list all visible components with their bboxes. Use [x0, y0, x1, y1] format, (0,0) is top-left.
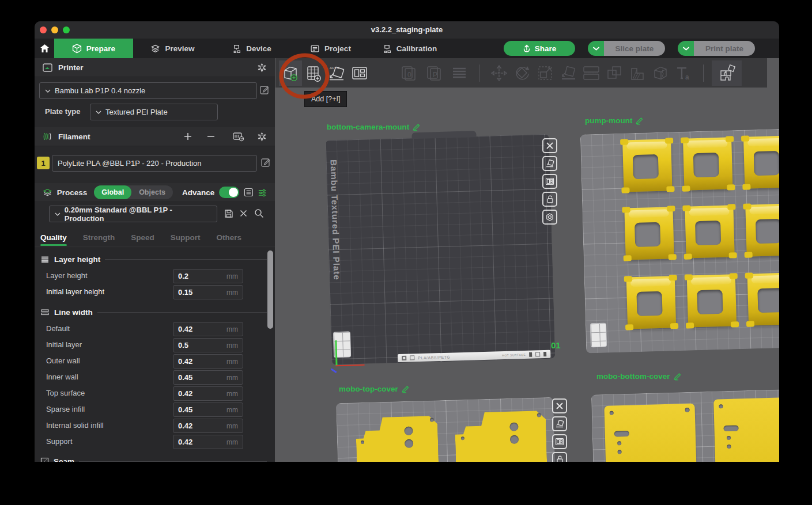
delete-preset-button[interactable]	[239, 209, 248, 218]
build-plate-3[interactable]	[336, 397, 556, 462]
split-to-parts-button[interactable]: P	[422, 60, 445, 86]
setting-input[interactable]: 0.42 mm	[173, 354, 243, 369]
build-plate-4[interactable]	[591, 388, 779, 462]
build-plate-1[interactable]: Bambu Textured PEI Plate PLA/ABS/PETG HO…	[326, 134, 556, 365]
tab-quality[interactable]: Quality	[40, 229, 67, 246]
cut-button[interactable]	[649, 60, 672, 86]
setting-input[interactable]: 0.45 mm	[173, 403, 243, 417]
save-preset-button[interactable]	[224, 208, 234, 219]
setting-input[interactable]: 0.45 mm	[173, 370, 243, 385]
setting-value: 0.42	[178, 389, 192, 398]
lock-plate-button[interactable]	[542, 192, 557, 207]
model-pump-mount[interactable]	[745, 203, 779, 256]
model-mobo-top-cover[interactable]	[356, 410, 439, 462]
setting-input[interactable]: 0.42 mm	[173, 419, 243, 433]
slice-plate-button[interactable]: Slice plate	[588, 41, 665, 56]
tab-support[interactable]: Support	[171, 229, 201, 246]
tab-prepare[interactable]: Prepare	[54, 39, 133, 58]
setting-input[interactable]: 0.15 mm	[173, 285, 243, 299]
edit-plate-name-icon[interactable]	[401, 385, 410, 393]
plate-4-name[interactable]: mobo-bottom-cover	[596, 372, 682, 381]
model-pump-mount[interactable]	[685, 205, 734, 258]
edit-plate-name-icon[interactable]	[635, 116, 644, 125]
model-pump-mount[interactable]	[687, 274, 737, 327]
setting-input[interactable]: 0.42 mm	[173, 386, 243, 401]
model-mobo-bottom-cover[interactable]	[604, 404, 697, 462]
parameter-list-icon[interactable]	[244, 187, 254, 198]
plate-2-name[interactable]: pump-mount	[585, 116, 644, 125]
arrange-plate-button[interactable]	[542, 174, 557, 189]
model-pump-mount[interactable]	[747, 272, 779, 325]
tab-project[interactable]: Project	[291, 39, 370, 58]
tab-device[interactable]: Device	[212, 39, 291, 58]
printer-settings-gear-icon[interactable]	[257, 63, 267, 73]
filament-preset-select[interactable]: PolyLite PLA @BBL P1P - 220 - Production	[52, 155, 257, 172]
search-preset-button[interactable]	[254, 208, 264, 218]
edit-plate-name-icon[interactable]	[412, 123, 421, 131]
move-button[interactable]	[488, 60, 511, 86]
model-pump-mount[interactable]	[743, 135, 779, 188]
lay-on-face-button[interactable]	[557, 60, 580, 86]
setting-input[interactable]: 0.2 mm	[173, 269, 243, 283]
assembly-view-button[interactable]	[712, 60, 742, 86]
model-pump-mount[interactable]	[683, 137, 732, 190]
edit-filament-button[interactable]	[260, 157, 271, 168]
orient-plate-button[interactable]	[552, 416, 567, 431]
print-plate-button[interactable]: Print plate	[678, 41, 755, 56]
tab-speed[interactable]: Speed	[131, 229, 154, 246]
delete-plate-button[interactable]	[542, 138, 557, 153]
edit-printer-button[interactable]	[259, 85, 270, 95]
add-plate-button[interactable]	[302, 60, 325, 86]
arrange-plate-button[interactable]	[552, 434, 567, 449]
plate-type-select[interactable]: Textured PEI Plate	[90, 104, 218, 120]
model-pump-mount[interactable]	[626, 276, 676, 329]
setting-input[interactable]: 0.5 mm	[173, 338, 243, 352]
split-parts-button[interactable]	[603, 60, 626, 86]
split-to-objects-button[interactable]: 0	[397, 60, 420, 86]
auto-orient-button[interactable]: AUTO	[325, 60, 348, 86]
add-filament-icon[interactable]	[183, 132, 192, 141]
arrange-button[interactable]	[348, 60, 371, 86]
share-button[interactable]: Share	[504, 41, 575, 56]
setting-input[interactable]: 0.42 mm	[173, 322, 243, 336]
parameter-filter-icon[interactable]	[258, 188, 267, 198]
print-dropdown[interactable]	[678, 41, 694, 56]
model-mobo-top-cover[interactable]	[454, 405, 547, 462]
plate-1-name[interactable]: bottom-camera-mount	[327, 123, 421, 131]
printer-preset-select[interactable]: Bambu Lab P1P 0.4 nozzle	[39, 82, 257, 99]
build-plate-2[interactable]	[580, 128, 779, 353]
remove-filament-icon[interactable]	[206, 132, 216, 141]
setting-input[interactable]: 0.42 mm	[173, 435, 243, 449]
lock-plate-button[interactable]	[552, 452, 567, 462]
scale-button[interactable]	[534, 60, 557, 86]
settings-scrollbar[interactable]	[267, 250, 273, 329]
tab-strength[interactable]: Strength	[83, 229, 115, 246]
filament-settings-gear-icon[interactable]	[257, 132, 267, 142]
process-preset-select[interactable]: 0.20mm Standard @BBL P1P - Production	[49, 206, 217, 222]
scope-objects-button[interactable]: Objects	[131, 185, 173, 199]
add-button[interactable]	[279, 60, 302, 86]
tab-others[interactable]: Others	[217, 229, 242, 246]
orient-plate-button[interactable]	[542, 156, 557, 171]
viewport-3d[interactable]: AUTO 0 P	[275, 58, 779, 462]
slice-dropdown[interactable]	[588, 41, 604, 56]
home-button[interactable]	[35, 39, 54, 58]
edit-plate-name-icon[interactable]	[673, 372, 682, 381]
scope-global-button[interactable]: Global	[94, 185, 131, 199]
tab-preview[interactable]: Preview	[133, 39, 212, 58]
text-button[interactable]: a	[672, 60, 695, 86]
variable-layer-height-button[interactable]	[626, 60, 649, 86]
ams-sync-icon[interactable]	[233, 132, 244, 142]
tab-calibration[interactable]: Calibration	[370, 39, 449, 58]
plate-3-name[interactable]: mobo-top-cover	[339, 385, 410, 393]
model-pump-mount[interactable]	[622, 139, 672, 192]
split-objects-button[interactable]	[580, 60, 603, 86]
filament-slot-badge[interactable]: 1	[37, 157, 50, 169]
rotate-button[interactable]	[511, 60, 534, 86]
object-list-button[interactable]	[448, 60, 471, 86]
advance-toggle[interactable]	[219, 187, 239, 198]
plate-settings-button[interactable]	[542, 210, 557, 225]
delete-plate-button[interactable]	[552, 398, 567, 413]
model-pump-mount[interactable]	[624, 207, 674, 260]
model-mobo-bottom-cover[interactable]	[713, 397, 779, 462]
